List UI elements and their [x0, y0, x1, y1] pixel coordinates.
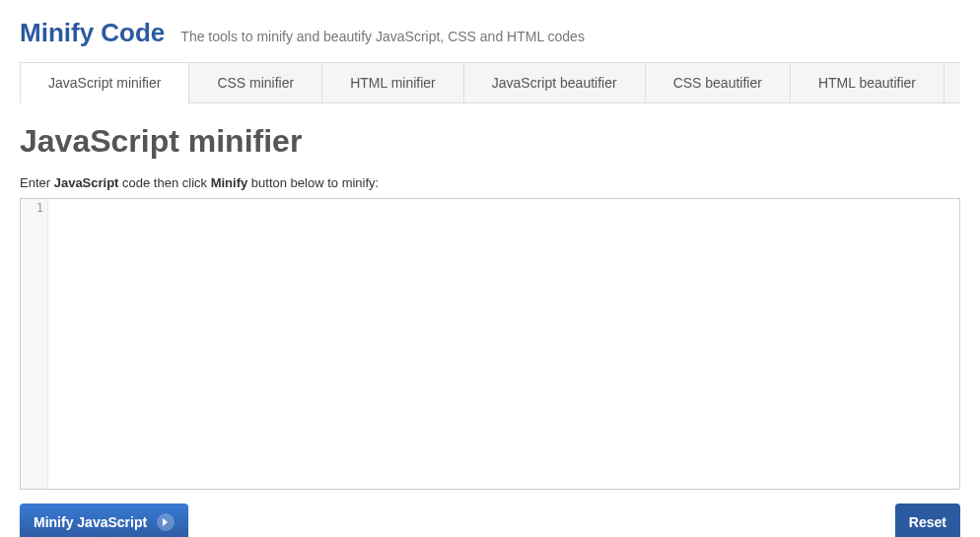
- instruction-btn: Minify: [211, 175, 248, 190]
- line-number: 1: [21, 201, 43, 215]
- tabs: JavaScript minifier CSS minifier HTML mi…: [20, 62, 960, 103]
- tagline: The tools to minify and beautify JavaScr…: [180, 29, 585, 44]
- tab-html-minifier[interactable]: HTML minifier: [322, 63, 464, 102]
- instruction-text: Enter: [20, 175, 54, 190]
- reset-button[interactable]: Reset: [895, 503, 960, 537]
- tab-css-beautifier[interactable]: CSS beautifier: [646, 63, 791, 102]
- site-title[interactable]: Minify Code: [20, 18, 165, 48]
- instruction-lang: JavaScript: [54, 175, 119, 190]
- tab-js-minifier[interactable]: JavaScript minifier: [20, 62, 189, 103]
- editor-gutter: 1: [21, 199, 48, 489]
- minify-button[interactable]: Minify JavaScript: [20, 503, 188, 537]
- instruction: Enter JavaScript code then click Minify …: [20, 175, 960, 190]
- tab-css-minifier[interactable]: CSS minifier: [189, 63, 322, 102]
- instruction-text: button below to minify:: [247, 175, 379, 190]
- tab-js-beautifier[interactable]: JavaScript beautifier: [464, 63, 646, 102]
- minify-button-label: Minify JavaScript: [34, 514, 147, 530]
- arrow-right-icon: [157, 513, 175, 531]
- instruction-text: code then click: [118, 175, 210, 190]
- tab-html-beautifier[interactable]: HTML beautifier: [791, 63, 945, 102]
- editor-textarea[interactable]: [48, 199, 959, 489]
- content: JavaScript minifier Enter JavaScript cod…: [0, 103, 980, 537]
- page-title: JavaScript minifier: [20, 123, 960, 160]
- button-row: Minify JavaScript Reset: [20, 503, 960, 537]
- code-editor[interactable]: 1: [20, 198, 960, 490]
- header: Minify Code The tools to minify and beau…: [0, 0, 980, 62]
